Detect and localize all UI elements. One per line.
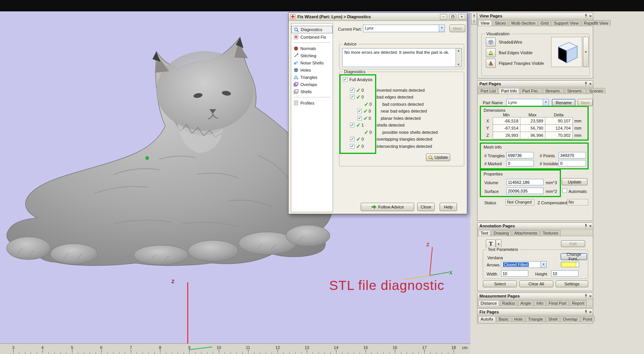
scroll-up-icon[interactable]: ▲ <box>457 49 460 52</box>
nav-item-combined-fix[interactable]: Combined Fix <box>291 33 333 41</box>
tab-support-view[interactable]: Support View <box>551 20 581 26</box>
close-icon[interactable]: × <box>589 224 592 228</box>
panel-titlebar[interactable]: Fix Pages × <box>478 309 593 315</box>
update-button[interactable]: Update <box>426 154 450 161</box>
tab-attachments[interactable]: Attachments <box>512 230 540 236</box>
nav-item-overlaps[interactable]: Overlaps <box>291 81 333 88</box>
diagnostic-label: near bad edges detected <box>381 109 427 113</box>
orientation-cube-preview[interactable] <box>551 37 582 67</box>
chevron-down-icon[interactable]: ▾ <box>439 25 445 32</box>
tab-multi-section[interactable]: Multi-Section <box>509 20 538 26</box>
scroll-down-icon[interactable]: ▼ <box>457 63 460 66</box>
nav-item-noise-shells[interactable]: Noise Shells <box>291 59 333 66</box>
tab-autofix[interactable]: Autofix <box>478 316 496 322</box>
current-part-dropdown[interactable]: Lynx ▾ <box>363 25 445 32</box>
autohide-pin-strip[interactable] <box>471 13 477 25</box>
tab-part-list[interactable]: Part List <box>478 88 498 94</box>
rename-button[interactable]: Rename <box>552 99 575 106</box>
close-button[interactable]: × <box>458 14 465 20</box>
chevron-down-icon: ▾ <box>498 242 499 246</box>
flipped-triangles-button[interactable] <box>486 59 496 68</box>
ruler-tick: 10 <box>217 345 221 350</box>
pin-icon[interactable] <box>584 310 588 314</box>
follow-advice-button[interactable]: Follow Advice <box>361 203 414 211</box>
tab-point[interactable]: Point <box>581 316 595 322</box>
tab-info[interactable]: Info <box>534 300 545 306</box>
tab-drawing[interactable]: Drawing <box>491 230 511 236</box>
tab-hole[interactable]: Hole <box>512 316 525 322</box>
pin-icon[interactable] <box>584 81 588 86</box>
advice-textarea[interactable]: No more errors are detected. It seems th… <box>342 48 462 67</box>
dialog-titlebar[interactable]: Fix Wizard (Part: Lynx) > Diagnostics ─ … <box>289 13 467 21</box>
panel-titlebar[interactable]: Annotation Pages × <box>478 223 593 229</box>
panel-titlebar[interactable]: View Pages × <box>478 13 593 19</box>
tab-final-part[interactable]: Final Part <box>547 300 569 306</box>
clear-all-button[interactable]: Clear All <box>519 280 553 287</box>
chevron-down-icon[interactable]: ▾ <box>540 262 546 268</box>
tab-distance[interactable]: Distance <box>478 300 499 306</box>
maximize-button[interactable] <box>449 14 456 20</box>
cube-view-dropdown-button[interactable]: ▾ <box>583 37 589 67</box>
tab-report[interactable]: Report <box>570 300 587 306</box>
tab-shell[interactable]: Shell <box>546 316 560 322</box>
tab-part-fixing[interactable]: Part Fixi.. <box>520 88 542 94</box>
help-button[interactable]: Help <box>440 203 457 211</box>
close-icon[interactable]: × <box>589 14 592 18</box>
next-part-button[interactable]: Next <box>578 99 593 106</box>
tab-textures[interactable]: Textures <box>540 230 561 236</box>
width-input[interactable] <box>501 270 528 277</box>
change-font-button[interactable]: Change Font.. <box>561 253 587 260</box>
tab-streaming-2[interactable]: Streami.. <box>565 88 586 94</box>
shade-wire-button[interactable] <box>486 38 496 47</box>
tab-grid[interactable]: Grid <box>539 20 551 26</box>
nav-label: Triangles <box>300 75 317 80</box>
advice-scrollbar[interactable]: ▲ ▼ <box>456 49 462 67</box>
nav-item-triangles[interactable]: Triangles <box>291 74 333 81</box>
bad-edges-icon <box>488 50 494 56</box>
nav-item-profiles[interactable]: Profiles <box>291 99 333 107</box>
nav-item-stitching[interactable]: Stitching <box>291 52 333 59</box>
part-name-dropdown[interactable]: Lynx ▾ <box>506 99 549 106</box>
tab-triangle[interactable]: Triangle <box>526 316 545 322</box>
close-icon[interactable]: × <box>589 310 592 314</box>
nav-item-holes[interactable]: Holes <box>291 66 333 74</box>
tab-view[interactable]: View <box>478 20 492 26</box>
tab-scenes[interactable]: Scenes <box>587 88 605 94</box>
close-dialog-button[interactable]: Close <box>417 203 435 211</box>
tab-part-info[interactable]: Part Info <box>499 88 519 94</box>
tab-basic[interactable]: Basic <box>496 316 511 322</box>
arrows-dropdown[interactable]: Closed Filled ▾ <box>501 261 547 268</box>
select-button[interactable]: Select <box>483 280 517 287</box>
close-icon[interactable]: × <box>589 294 592 298</box>
pin-icon[interactable] <box>584 224 588 228</box>
tab-overlap[interactable]: Overlap <box>561 316 580 322</box>
tab-rapidfit-view[interactable]: Rapidfit View <box>582 20 611 26</box>
chevron-down-icon[interactable]: ▾ <box>543 99 548 106</box>
tab-streaming-1[interactable]: Streami.. <box>543 88 564 94</box>
panel-titlebar[interactable]: Part Pages × <box>478 81 593 87</box>
height-input[interactable] <box>551 270 578 277</box>
next-button[interactable]: Next <box>449 25 465 32</box>
tab-text[interactable]: Text <box>478 230 490 236</box>
pin-icon[interactable] <box>584 294 588 298</box>
advice-group-label: Advice <box>342 42 358 46</box>
automatic-checkbox[interactable] <box>562 188 567 193</box>
tab-slices[interactable]: Slices <box>493 20 508 26</box>
nav-item-normals[interactable]: Normals <box>291 45 333 52</box>
panel-titlebar[interactable]: Measurement Pages × <box>478 293 593 299</box>
bad-edges-visible-button[interactable] <box>486 48 496 57</box>
arrow-color-swatch[interactable] <box>561 262 579 267</box>
settings-button[interactable]: Settings <box>556 280 588 287</box>
pin-icon[interactable] <box>584 14 588 18</box>
tab-radius[interactable]: Radius <box>500 300 517 306</box>
close-icon[interactable]: × <box>589 82 592 86</box>
nav-item-shells[interactable]: Shells <box>291 88 333 95</box>
ruler-unit: cm <box>462 345 468 350</box>
edit-button[interactable]: Edit <box>561 240 585 247</box>
ruler-tick: 14 <box>334 345 338 350</box>
nav-item-diagnostics[interactable]: Diagnostics <box>291 26 333 33</box>
width-label: Width <box>487 272 497 276</box>
tab-angle[interactable]: Angle <box>518 300 533 306</box>
properties-update-button[interactable]: Update <box>562 178 587 185</box>
minimize-button[interactable]: ─ <box>440 14 447 20</box>
